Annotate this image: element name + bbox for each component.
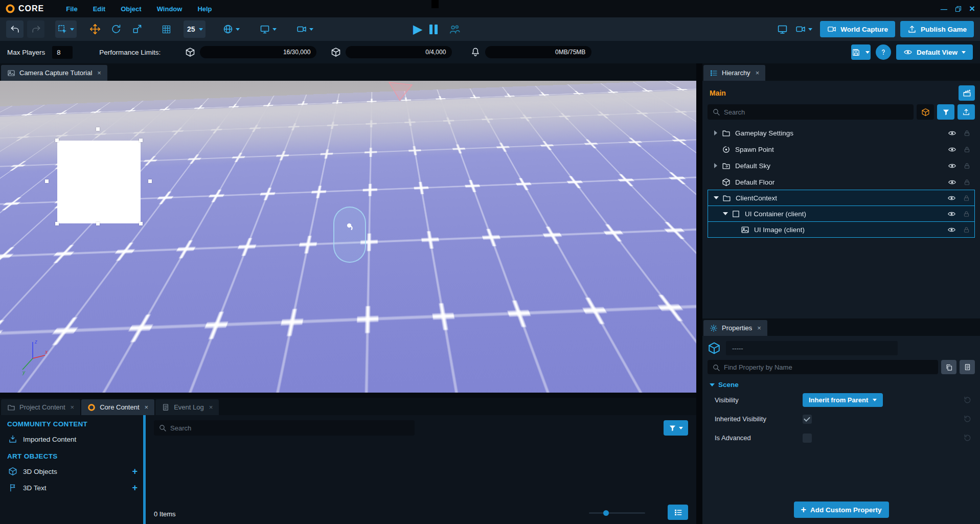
resize-handle[interactable] [55,139,59,142]
tree-row-gameplay-settings[interactable]: Gameplay Settings [708,125,975,141]
visibility-eye-icon[interactable] [947,225,956,234]
scale-tool-button[interactable] [128,20,146,38]
visibility-eye-icon[interactable] [947,194,956,202]
world-space-dropdown[interactable] [220,20,242,38]
minimize-button[interactable]: — [941,5,947,13]
tree-row-default-floor[interactable]: Default Floor [708,174,975,190]
reset-icon[interactable] [963,415,972,423]
tab-project-content[interactable]: Project Content × [1,399,80,415]
visibility-eye-icon[interactable] [948,145,956,154]
publish-game-button[interactable]: Publish Game [900,21,974,37]
resize-handle[interactable] [45,179,49,183]
sidebar-item-3d-text[interactable]: 3D Text + [0,480,146,496]
close-icon[interactable]: × [757,324,761,332]
lock-icon[interactable] [963,194,970,202]
visibility-eye-icon[interactable] [947,210,956,218]
section-scene[interactable]: Scene [710,381,975,389]
tree-row-default-sky[interactable]: Default Sky [708,157,975,174]
move-tool-button[interactable] [86,20,104,38]
multiplayer-preview-button[interactable] [449,24,461,35]
collapse-all-button[interactable] [958,104,975,120]
sidebar-item-imported-content[interactable]: Imported Content [0,431,146,447]
capture-dropdown[interactable] [793,20,815,38]
content-search-input[interactable] [154,420,415,436]
tree-row-clientcontext[interactable]: ClientContext [708,190,975,206]
content-filter-button[interactable] [664,420,688,436]
hierarchy-root-label[interactable]: Main [708,89,726,97]
tab-properties[interactable]: Properties × [703,320,767,336]
slider-knob[interactable] [603,510,609,516]
resize-handle[interactable] [139,139,143,142]
lock-icon[interactable] [963,146,971,153]
snap-grid-button[interactable] [157,20,175,38]
lock-icon[interactable] [963,162,971,170]
reset-icon[interactable] [963,434,972,442]
viewport-3d[interactable]: z x y [0,81,696,393]
hierarchy-search-input[interactable] [708,104,914,120]
rotate-tool-button[interactable] [107,20,125,38]
pause-button[interactable] [429,25,438,34]
tree-row-ui-image[interactable]: UI Image (client) [708,221,975,238]
close-icon[interactable]: × [756,69,760,77]
lock-icon[interactable] [963,210,970,218]
close-icon[interactable]: × [71,403,75,411]
expander-icon[interactable] [713,163,719,168]
panel-splitter[interactable] [696,63,702,524]
lock-icon[interactable] [963,129,971,137]
tree-row-ui-container[interactable]: UI Container (client) [708,206,975,222]
expander-icon[interactable] [722,212,728,215]
inherited-visibility-checkbox[interactable] [803,415,812,424]
help-button[interactable] [876,44,891,60]
templates-button[interactable] [917,104,934,120]
grid-size-dropdown[interactable]: 25 [184,20,206,38]
tree-row-spawn-point[interactable]: Spawn Point [708,141,975,157]
close-button[interactable]: × [969,3,975,14]
tab-camera-capture-tutorial[interactable]: Camera Capture Tutorial × [1,65,107,81]
save-button[interactable] [851,44,871,60]
hierarchy-filter-button[interactable] [937,104,954,120]
add-icon[interactable]: + [132,483,138,492]
screen-mode-dropdown[interactable] [257,20,279,38]
add-custom-property-button[interactable]: + Add Custom Property [793,502,888,518]
redo-button[interactable] [27,20,44,38]
tab-core-content[interactable]: Core Content × [81,399,154,415]
expander-icon[interactable] [713,130,719,135]
is-advanced-checkbox[interactable] [803,434,812,443]
viewport-display-button[interactable] [777,24,788,35]
menu-help[interactable]: Help [190,5,219,13]
expander-icon[interactable] [713,196,719,199]
visibility-eye-icon[interactable] [948,178,956,187]
visibility-eye-icon[interactable] [948,162,956,170]
select-tool-dropdown[interactable] [55,20,77,38]
close-icon[interactable]: × [97,69,101,77]
paste-properties-button[interactable] [960,360,975,374]
ui-image-overlay[interactable] [57,141,141,223]
resize-handle[interactable] [96,222,100,225]
visibility-eye-icon[interactable] [948,129,956,138]
thumbnail-size-slider[interactable] [589,512,645,514]
resize-handle[interactable] [55,222,59,225]
player-ghost-capsule[interactable] [333,207,366,263]
lock-icon[interactable] [963,226,970,234]
tab-event-log[interactable]: Event Log × [155,399,219,415]
world-capture-button[interactable]: World Capture [820,21,895,37]
visibility-dropdown[interactable]: Inherit from Parent [803,393,883,407]
menu-object[interactable]: Object [113,5,149,13]
lock-icon[interactable] [963,178,971,186]
max-players-input[interactable] [52,46,73,59]
resize-handle[interactable] [148,179,152,183]
tab-hierarchy[interactable]: Hierarchy × [703,65,765,81]
add-icon[interactable]: + [132,467,138,476]
play-button[interactable]: ▶ [413,23,422,35]
resize-handle[interactable] [139,222,143,225]
scene-capture-button[interactable] [959,85,975,101]
close-icon[interactable]: × [209,403,213,411]
view-mode-button[interactable] [668,505,688,520]
menu-window[interactable]: Window [149,5,190,13]
restore-button[interactable] [954,5,962,13]
menu-edit[interactable]: Edit [85,5,113,13]
menu-file[interactable]: File [58,5,85,13]
close-icon[interactable]: × [145,403,149,411]
camera-mode-dropdown[interactable] [294,20,316,38]
copy-properties-button[interactable] [941,360,956,374]
